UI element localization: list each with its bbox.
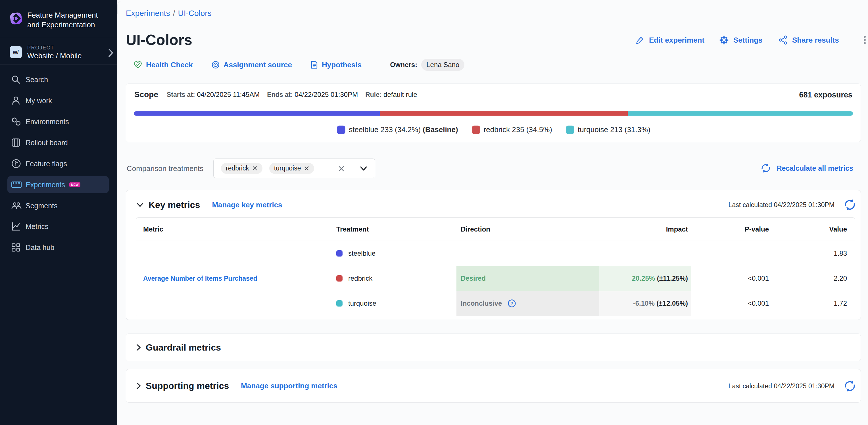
svg-text:?: ? [510, 301, 513, 306]
